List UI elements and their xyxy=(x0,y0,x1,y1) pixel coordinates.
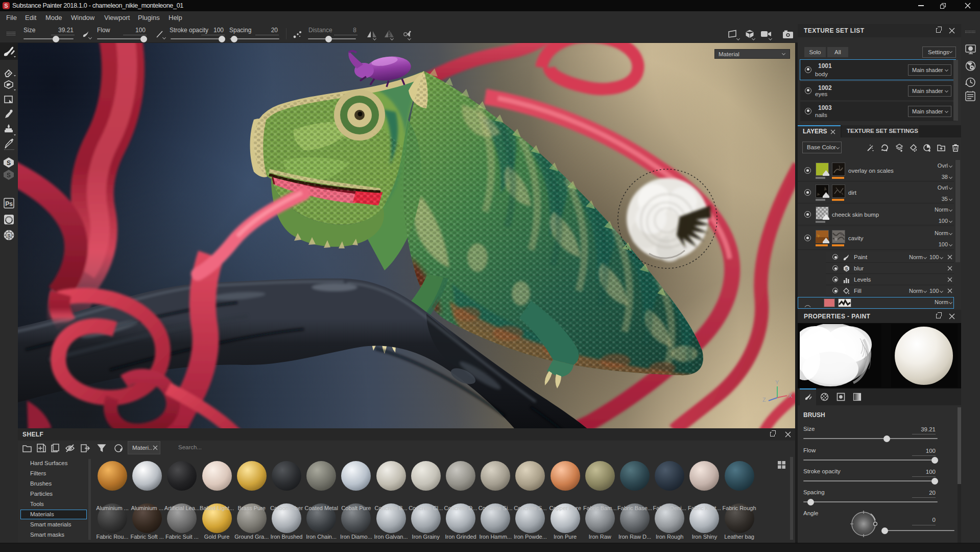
svg-text:S: S xyxy=(7,159,11,167)
svg-text:S: S xyxy=(7,172,11,179)
svg-text:S: S xyxy=(845,266,848,271)
svg-text:X: X xyxy=(788,393,793,399)
svg-text:S: S xyxy=(7,233,10,238)
svg-text:Ps: Ps xyxy=(5,200,13,208)
svg-text:Y: Y xyxy=(775,379,779,385)
svg-text:Z: Z xyxy=(762,397,766,403)
